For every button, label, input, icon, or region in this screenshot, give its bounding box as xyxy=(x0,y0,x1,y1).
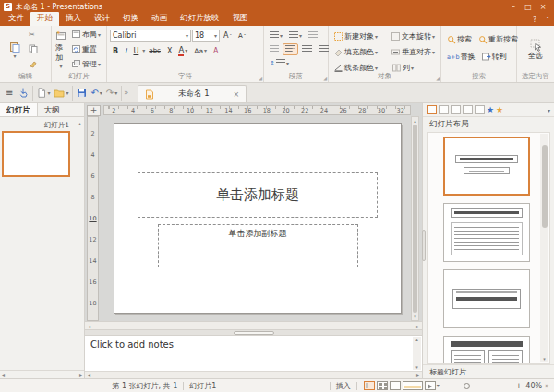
slide-sorter-view-button[interactable] xyxy=(377,381,388,390)
slide-panel-hscrollbar[interactable]: ◂ ▸ xyxy=(0,370,84,378)
subtitle-placeholder[interactable]: 单击添加副标题 xyxy=(158,224,358,267)
text-rotate-button[interactable]: 文本旋转▾ xyxy=(389,30,438,43)
zoom-slider[interactable] xyxy=(455,386,511,386)
layout-button[interactable]: 布局▾ xyxy=(69,28,103,42)
replace-button[interactable]: a+b 替换 xyxy=(444,50,478,64)
layout-thumbnail-section-header[interactable] xyxy=(443,269,530,328)
italic-button[interactable]: I xyxy=(122,45,129,57)
save-button[interactable] xyxy=(76,87,88,99)
panel-tab-slides[interactable]: 幻灯片 xyxy=(0,103,38,116)
align-left-button[interactable] xyxy=(283,43,298,55)
redo-dropdown-icon[interactable]: ▾ xyxy=(114,90,117,96)
slideshow-dropdown-icon[interactable]: ▾ xyxy=(437,383,440,388)
paste-dropdown-icon[interactable]: ▾ xyxy=(13,53,16,59)
canvas-hscrollbar[interactable]: ◂ ▸ xyxy=(85,321,422,329)
help-icon[interactable]: ? xyxy=(528,16,541,24)
touch-mode-icon[interactable] xyxy=(18,87,30,99)
fill-color-button[interactable]: 填充颜色▾ xyxy=(331,45,388,59)
scroll-down-icon[interactable]: ▾ xyxy=(414,314,416,319)
grow-font-button[interactable]: Aˆ xyxy=(221,30,235,42)
select-all-button[interactable]: 全选 xyxy=(520,28,551,72)
slide[interactable]: 单击添加标题 单击添加副标题 xyxy=(114,123,402,314)
notes-pane[interactable]: Click to add notes ▴▾ xyxy=(85,336,422,371)
tab-design[interactable]: 设计 xyxy=(88,12,116,26)
notes-vscrollbar[interactable]: ▴▾ xyxy=(413,337,421,370)
align-center-button[interactable] xyxy=(299,43,315,55)
tab-insert[interactable]: 插入 xyxy=(59,12,88,26)
scroll-right-icon[interactable]: ▸ xyxy=(79,372,82,378)
cut-icon[interactable]: ✂ xyxy=(29,30,38,39)
sidebar-tab-layout-icon[interactable] xyxy=(427,105,437,114)
numbering-button[interactable]: ▾ xyxy=(286,30,305,42)
sidebar-tab-design-icon[interactable] xyxy=(439,105,449,114)
reading-view-button[interactable] xyxy=(390,381,401,390)
sidebar-more-icon[interactable]: ▾ xyxy=(548,107,550,113)
zoom-level[interactable]: 40% xyxy=(522,382,542,390)
panel-scroll-up-icon[interactable]: ▴ xyxy=(78,120,81,126)
zoom-slider-knob[interactable] xyxy=(464,383,470,389)
manage-button[interactable]: 管理▾ xyxy=(69,57,103,71)
tab-animation[interactable]: 动画 xyxy=(145,12,174,26)
notes-splitter[interactable] xyxy=(85,329,422,336)
font-family-select[interactable]: Calibri▾ xyxy=(110,30,191,42)
menu-hamburger-icon[interactable]: ≡ xyxy=(5,87,14,99)
statusbar-overflow-icon[interactable]: » xyxy=(545,382,549,390)
change-case-button[interactable]: Aa▾ xyxy=(191,45,210,57)
layout-thumbnail-title-slide[interactable] xyxy=(443,137,530,196)
paragraph-dialog-launcher-icon[interactable]: ◢ xyxy=(323,76,327,81)
notes-hscrollbar[interactable]: ◂▸ xyxy=(85,371,422,378)
zoom-in-button[interactable]: + xyxy=(515,382,522,390)
underline-button[interactable]: U xyxy=(130,45,141,57)
maximize-button[interactable]: □ xyxy=(521,3,536,11)
title-placeholder[interactable]: 单击添加标题 xyxy=(138,172,378,218)
layout-thumbnail-title-content[interactable] xyxy=(443,203,530,262)
star-blue-icon[interactable]: ★ xyxy=(487,106,494,114)
increase-indent-button[interactable] xyxy=(267,43,282,55)
paste-button[interactable]: ▾ xyxy=(3,28,27,72)
new-object-button[interactable]: 新建对象▾ xyxy=(331,30,388,43)
scroll-up-icon[interactable]: ▴ xyxy=(414,118,416,124)
line-spacing-button[interactable]: ↕▾ xyxy=(267,57,292,69)
star-gold-icon[interactable]: ★ xyxy=(496,106,503,114)
tab-transitions[interactable]: 切换 xyxy=(116,12,145,26)
close-button[interactable]: × xyxy=(536,3,550,11)
new-file-button[interactable]: ▾ xyxy=(36,87,51,99)
add-slide-dropdown-icon[interactable]: ▾ xyxy=(59,64,62,69)
sidebar-collapse-handle[interactable] xyxy=(422,230,426,261)
tab-slideshow[interactable]: 幻灯片放映 xyxy=(174,12,226,26)
qat-overflow-icon[interactable]: » xyxy=(124,89,128,97)
font-size-select[interactable]: 18▾ xyxy=(192,30,220,42)
insert-mode-indicator[interactable]: 插入 xyxy=(336,381,351,391)
layout-list-scrollbar[interactable]: ▾ xyxy=(540,134,548,362)
ruler-origin-button[interactable]: + xyxy=(87,105,101,116)
normal-view-button[interactable] xyxy=(364,381,375,390)
scroll-left-icon[interactable]: ◂ xyxy=(2,372,5,378)
research-button[interactable]: 重新搜索 xyxy=(476,32,521,46)
sidebar-tab-shape-icon[interactable] xyxy=(475,105,485,114)
layout-thumbnail-two-content[interactable] xyxy=(443,336,530,364)
sidebar-tab-animation-icon[interactable] xyxy=(463,105,473,114)
document-tab[interactable]: 未命名 1 × xyxy=(138,85,247,102)
new-file-dropdown-icon[interactable]: ▾ xyxy=(47,90,50,96)
undo-dropdown-icon[interactable]: ▾ xyxy=(100,90,102,96)
minimize-button[interactable]: – xyxy=(506,3,521,11)
shrink-font-button[interactable]: Aˇ xyxy=(235,30,248,42)
strikethrough-button[interactable]: abc xyxy=(146,45,163,56)
open-file-button[interactable]: ▾ xyxy=(53,88,69,99)
document-tab-close-icon[interactable]: × xyxy=(233,90,239,99)
bold-button[interactable]: B xyxy=(110,45,121,57)
vertical-align-button[interactable]: 垂直对齐▾ xyxy=(389,45,438,59)
redo-button[interactable]: ↷▾ xyxy=(105,87,118,99)
tab-view[interactable]: 视图 xyxy=(226,12,255,26)
bullets-button[interactable]: ▾ xyxy=(267,30,285,42)
sidebar-tab-color-icon[interactable] xyxy=(451,105,461,114)
slideshow-button[interactable] xyxy=(425,381,436,390)
notes-page-view-button[interactable] xyxy=(403,381,423,390)
object-dialog-launcher-icon[interactable]: ◢ xyxy=(436,76,440,81)
font-color-button[interactable]: A▾ xyxy=(175,44,190,58)
zoom-out-button[interactable]: − xyxy=(445,382,452,390)
tab-file[interactable]: 文件 xyxy=(2,12,30,26)
panel-tab-outline[interactable]: 大纲 xyxy=(38,103,66,116)
decrease-indent-button[interactable] xyxy=(306,30,320,42)
slide-1-thumbnail[interactable] xyxy=(2,131,70,177)
